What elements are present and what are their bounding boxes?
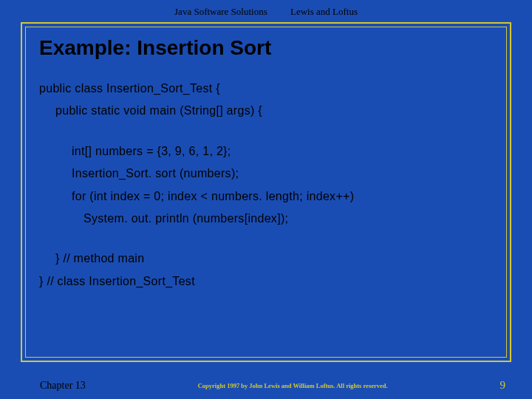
code-line: } // method main	[55, 248, 493, 270]
slide-border-outer: Example: Insertion Sort public class Ins…	[21, 22, 511, 362]
code-line: System. out. println (numbers[index]);	[83, 208, 493, 230]
slide-title: Example: Insertion Sort	[39, 36, 493, 60]
code-line: int[] numbers = {3, 9, 6, 1, 2};	[72, 140, 493, 163]
code-line: public class Insertion_Sort_Test {	[39, 78, 493, 100]
code-line: } // class Insertion_Sort_Test	[39, 270, 493, 293]
code-line: Insertion_Sort. sort (numbers);	[72, 163, 493, 185]
code-line: public static void main (String[] args) …	[55, 100, 493, 122]
chapter-label: Chapter 13	[40, 380, 86, 392]
copyright-text: Copyright 1997 by John Lewis and William…	[86, 382, 500, 389]
code-line: for (int index = 0; index < numbers. len…	[72, 185, 493, 208]
page-number: 9	[500, 379, 506, 392]
book-title: Java Software Solutions	[174, 6, 267, 17]
slide-border-inner: Example: Insertion Sort public class Ins…	[25, 27, 507, 358]
slide-footer: Chapter 13 Copyright 1997 by John Lewis …	[0, 379, 532, 392]
code-block: public class Insertion_Sort_Test { publi…	[39, 78, 493, 293]
slide-header: Java Software Solutions Lewis and Loftus	[0, 0, 532, 22]
authors: Lewis and Loftus	[290, 6, 358, 17]
